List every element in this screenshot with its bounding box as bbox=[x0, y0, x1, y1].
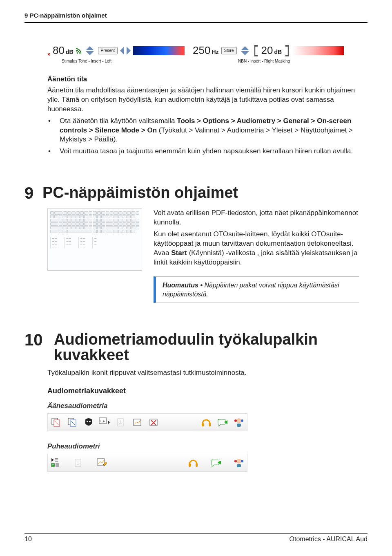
up-down-spinner bbox=[86, 46, 94, 55]
svg-rect-16 bbox=[202, 423, 204, 426]
silence-para: Äänetön tila mahdollistaa äänentasojen j… bbox=[47, 86, 359, 114]
svg-point-6 bbox=[87, 421, 88, 422]
bracket-open-icon bbox=[254, 45, 257, 56]
right-arrow-icon bbox=[127, 47, 131, 55]
svg-rect-34 bbox=[196, 463, 198, 467]
svg-point-7 bbox=[89, 421, 91, 422]
svg-text:LF: LF bbox=[100, 419, 105, 423]
sec9-para1: Voit avata erillisen PDF-tiedoston, jott… bbox=[154, 208, 359, 227]
patient-icon-2 bbox=[232, 456, 245, 469]
up-down-spinner-2 bbox=[241, 46, 249, 55]
stimulus-db-unit: dB bbox=[66, 48, 74, 56]
svg-point-21 bbox=[241, 419, 243, 422]
lf-icon: LF bbox=[98, 416, 111, 429]
mask-icon bbox=[82, 416, 95, 429]
mask-db-value: 20 bbox=[261, 43, 273, 58]
section-number-9: 9 bbox=[24, 185, 33, 201]
bracket-close-icon bbox=[285, 45, 289, 56]
svg-text:+: + bbox=[52, 463, 54, 467]
section-title-9: PC-näppäimistön ohjaimet bbox=[42, 185, 238, 200]
stimulus-db-value: 80 bbox=[53, 43, 65, 58]
export-icon bbox=[115, 416, 128, 429]
overlay-left-icon bbox=[49, 416, 62, 429]
svg-point-19 bbox=[236, 418, 241, 423]
svg-point-20 bbox=[234, 419, 237, 422]
right-gradient bbox=[292, 46, 344, 55]
edit-chart-icon bbox=[95, 456, 108, 469]
keyboard-shortcut-thumbnail: — —— —— —— — — —— —— — — —— —— —— — ——— bbox=[47, 208, 142, 271]
signal-icon bbox=[76, 48, 82, 54]
talk-icon bbox=[216, 416, 229, 429]
svg-point-36 bbox=[236, 459, 241, 464]
left-gradient bbox=[133, 46, 185, 55]
control-strip-figure: × 80 dB Present 250 Hz Store bbox=[47, 43, 359, 58]
svg-rect-33 bbox=[189, 463, 191, 467]
freq-unit: Hz bbox=[212, 48, 218, 56]
section-title-10: Audiometriamoduulin työkalupalkin kuvakk… bbox=[54, 332, 359, 363]
svg-point-38 bbox=[241, 460, 243, 462]
silence-bullet-2: Voit muuttaa tasoa ja taajuutta enemmän … bbox=[48, 147, 359, 156]
freq-value: 250 bbox=[193, 43, 210, 58]
close-icon: × bbox=[47, 51, 50, 58]
section-number-10: 10 bbox=[24, 332, 44, 348]
headset-icon-2 bbox=[187, 456, 200, 469]
svg-text:−: − bbox=[56, 463, 58, 467]
tone-audiometry-label: Äänesaudiometria bbox=[47, 401, 359, 411]
wordlist-icon: +− bbox=[49, 456, 62, 469]
tone-toolbar: LF bbox=[47, 413, 247, 431]
speech-toolbar: +− bbox=[47, 454, 247, 472]
svg-marker-23 bbox=[51, 458, 54, 462]
page-number: 10 bbox=[24, 535, 32, 544]
silence-bullet-1: Ota äänetön tila käyttöön valitsemalla T… bbox=[48, 117, 359, 145]
footer-rule bbox=[24, 533, 368, 534]
store-button: Store bbox=[221, 47, 237, 54]
chart-up-icon bbox=[131, 416, 144, 429]
product-name: Otometrics - AURICAL Aud bbox=[290, 535, 368, 544]
present-button: Present bbox=[98, 47, 118, 54]
sec10-sub: Audiometriakuvakkeet bbox=[47, 386, 359, 396]
silence-heading: Äänetön tila bbox=[47, 75, 359, 84]
headset-icon bbox=[200, 416, 213, 429]
running-head: 9 PC-näppäimistön ohjaimet bbox=[24, 0, 368, 22]
header-rule bbox=[24, 22, 368, 23]
mask-db-unit: dB bbox=[274, 48, 282, 56]
left-arrow-icon bbox=[120, 47, 124, 55]
strip-label-right: NBN - Insert - Right Masking bbox=[238, 58, 290, 64]
strip-label-left: Stimulus Tone - Insert - Left bbox=[62, 58, 111, 64]
sec9-para2: Kun olet asentanut OTOsuite-laitteen, lö… bbox=[154, 230, 359, 267]
svg-rect-39 bbox=[237, 464, 241, 467]
chart-clear-icon bbox=[147, 416, 160, 429]
patient-icon bbox=[232, 416, 245, 429]
speech-audiometry-label: Puheaudiometri bbox=[47, 442, 359, 451]
svg-marker-10 bbox=[108, 420, 110, 424]
svg-rect-17 bbox=[209, 423, 211, 426]
overlay-right-icon bbox=[66, 416, 79, 429]
svg-rect-22 bbox=[237, 424, 241, 427]
talk-icon-2 bbox=[209, 456, 223, 469]
note-box: Huomautus • Näppäinten paikat voivat rii… bbox=[154, 276, 359, 303]
sec10-intro: Työkalupalkin ikonit riippuvat valitsema… bbox=[47, 368, 359, 378]
svg-point-37 bbox=[234, 460, 237, 462]
export-icon-2 bbox=[72, 456, 85, 469]
